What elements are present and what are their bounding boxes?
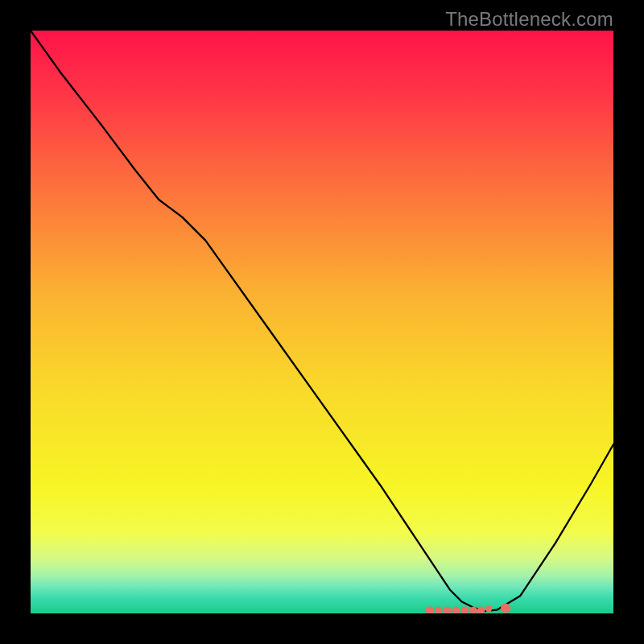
chart-background xyxy=(31,31,613,613)
marker-dot xyxy=(485,605,492,612)
chart-svg xyxy=(31,31,613,613)
plot-area xyxy=(31,31,613,613)
watermark-text: TheBottleneck.com xyxy=(445,8,613,31)
marker-dot xyxy=(501,603,510,613)
chart-container: TheBottleneck.com xyxy=(0,0,644,644)
